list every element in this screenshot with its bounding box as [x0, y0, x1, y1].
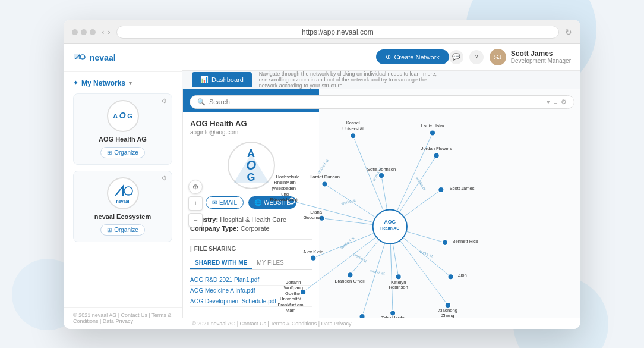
main-area: ⊕ Create Network 💬 ? SJ Scott James Deve…	[182, 44, 580, 329]
node-zion[interactable]	[448, 274, 454, 280]
search-input[interactable]	[209, 98, 543, 105]
help-icon[interactable]: ?	[469, 50, 484, 64]
network-card-aog[interactable]: ⚙ A O G AOG Health AG ⊞ Organize	[73, 93, 172, 165]
label-jordan: Jordan Flowers	[421, 146, 452, 151]
organize-label-2: Organize	[114, 227, 138, 233]
edge-label-8: works at	[370, 268, 386, 275]
label-etana-2: Goodman	[304, 214, 324, 220]
network-name-nevaal: nevaal Ecosystem	[80, 213, 166, 220]
organize-icon: ⊞	[107, 149, 112, 156]
nav-controls: ⊕ + −	[188, 180, 203, 227]
label-harriet: Harriet Duncan	[310, 174, 340, 179]
filter-icon[interactable]: ▾	[547, 98, 550, 106]
dot-3	[90, 29, 96, 35]
node-bennett[interactable]	[442, 240, 448, 246]
search-bar: 🔍 ▾ ≡ ⚙	[190, 95, 574, 109]
edge-label-5: works at	[418, 249, 434, 258]
logo-g: G	[127, 112, 132, 120]
logo-a: A	[113, 112, 118, 120]
logo-triangle	[233, 153, 269, 183]
networks-icon: ✦	[73, 80, 78, 86]
label-frankfurt-3: Goethe-	[285, 290, 302, 296]
top-bar-right: 💬 ? SJ Scott James Development Manager	[449, 49, 571, 65]
url-bar[interactable]: https://app.nevaal.com	[116, 26, 559, 39]
app-content: nevaal ✦ My Networks ▾ ⚙ A O G	[64, 44, 580, 329]
dropdown-arrow[interactable]: ▾	[129, 80, 132, 86]
center-node-label-2: Health AG	[380, 225, 399, 230]
node-xiaohong[interactable]	[445, 302, 451, 308]
label-hochschule-3: (Wiesbaden	[272, 186, 296, 191]
sidebar: nevaal ✦ My Networks ▾ ⚙ A O G	[64, 44, 182, 329]
nevaal-logo-icon	[73, 51, 86, 64]
logo-text: nevaal	[90, 53, 116, 62]
dashboard-tab[interactable]: 📊 Dashboard	[192, 72, 252, 87]
top-bar: ⊕ Create Network 💬 ? SJ Scott James Deve…	[182, 44, 580, 71]
search-input-wrap[interactable]: 🔍 ▾ ≡ ⚙	[190, 95, 574, 109]
node-munich[interactable]	[359, 313, 365, 318]
my-networks-label: My Networks	[81, 79, 125, 87]
node-katelyn[interactable]	[396, 274, 402, 280]
label-hochschule-4: und	[281, 191, 289, 196]
aog-logo-circle: A O G	[107, 100, 139, 132]
label-louie: Louie Holm	[421, 123, 444, 128]
label-frankfurt-1: Johann	[286, 279, 301, 284]
network-view: 🔍 ▾ ≡ ⚙ ⊕ + −	[182, 89, 580, 318]
browser-dots	[72, 29, 96, 35]
edge-label-3: works at	[340, 197, 356, 205]
user-name: Scott James	[511, 49, 571, 58]
organize-label: Organize	[114, 149, 138, 156]
edge-label-4: works at	[352, 252, 368, 263]
node-jordan[interactable]	[434, 152, 440, 158]
label-frankfurt-2: Wolfgang	[284, 285, 303, 290]
organize-icon-2: ⊞	[107, 227, 112, 233]
user-text: Scott James Development Manager	[511, 49, 571, 64]
create-network-label: Create Network	[394, 54, 439, 61]
label-katelyn-2: Robinson	[389, 284, 408, 290]
zoom-in-button[interactable]: +	[188, 196, 203, 211]
svg-point-2	[124, 187, 132, 195]
label-brandon: Brandon O'neill	[334, 278, 365, 283]
sidebar-section: ✦ My Networks ▾ ⚙ A O G AOG Health AG	[64, 72, 182, 252]
edge-label-7: studied at	[316, 158, 329, 174]
node-sofia[interactable]	[378, 173, 384, 178]
node-scott[interactable]	[438, 187, 444, 193]
dashboard-tab-label: Dashboard	[211, 76, 244, 83]
filter-options-icon[interactable]: ≡	[554, 98, 557, 105]
node-harriet[interactable]	[322, 181, 328, 187]
label-hochschule-1: Hochschule	[276, 174, 299, 179]
label-frankfurt-6: Main	[286, 308, 296, 313]
node-louie[interactable]	[430, 130, 435, 136]
card-settings-icon-2[interactable]: ⚙	[162, 175, 167, 181]
label-hochschule-2: RheinMain	[274, 180, 295, 185]
card-settings-icon[interactable]: ⚙	[162, 98, 167, 104]
search-icons: ▾ ≡ ⚙	[547, 98, 567, 106]
nevaal-wordmark: nevaal	[112, 199, 134, 203]
organize-btn-nevaal[interactable]: ⊞ Organize	[100, 224, 145, 236]
chat-icon[interactable]: 💬	[449, 50, 463, 64]
target-nav-button[interactable]: ⊕	[188, 180, 203, 194]
node-universitat[interactable]	[350, 133, 356, 139]
forward-arrow[interactable]: ›	[108, 27, 110, 36]
dot-1	[72, 29, 78, 35]
network-name-aog: AOG Health AG	[80, 136, 166, 143]
back-arrow[interactable]: ‹	[102, 27, 104, 36]
nevaal-logo-circle: nevaal	[107, 177, 139, 209]
label-zion: Zion	[458, 272, 467, 278]
dashboard-hint: Navigate through the network by clicking…	[259, 71, 437, 89]
node-alex[interactable]	[311, 255, 317, 261]
network-card-nevaal[interactable]: ⚙ nevaal nevaal Ecosystem	[73, 171, 172, 242]
search-magnifier-icon: 🔍	[197, 98, 206, 106]
zoom-out-button[interactable]: −	[188, 213, 203, 227]
my-networks-header[interactable]: ✦ My Networks ▾	[73, 79, 172, 87]
nevaal-svg	[112, 183, 134, 199]
organize-btn-aog[interactable]: ⊞ Organize	[100, 147, 145, 158]
create-network-icon: ⊕	[386, 53, 391, 61]
create-network-button[interactable]: ⊕ Create Network	[376, 49, 449, 64]
refresh-icon[interactable]: ↻	[565, 27, 572, 37]
label-bennett: Bennett Rice	[452, 238, 478, 243]
settings-icon[interactable]: ⚙	[561, 98, 567, 106]
label-xiaohong-2: Zhang	[441, 313, 454, 318]
label-sofia: Sofia Johnson	[367, 167, 396, 172]
browser-nav[interactable]: ‹ ›	[102, 27, 111, 36]
node-brandon[interactable]	[348, 272, 353, 278]
